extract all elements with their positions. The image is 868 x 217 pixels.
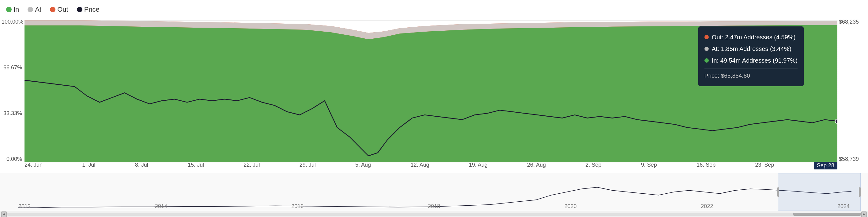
- tooltip-row-out: Out: 2.47m Addresses (4.59%): [705, 31, 798, 43]
- scroll-right-button[interactable]: ▶: [861, 212, 867, 217]
- tooltip-row-price: Price: $65,854.80: [705, 70, 798, 81]
- tooltip-row-at: At: 1.85m Addresses (3.44%): [705, 43, 798, 55]
- tooltip-price-label: Price: $65,854.80: [705, 70, 750, 81]
- x-label-9: 26. Aug: [527, 162, 546, 168]
- x-label-8: 19. Aug: [469, 162, 488, 168]
- x-label-1: 1. Jul: [82, 162, 95, 168]
- x-label-0: 24. Jun: [25, 162, 42, 168]
- y-label-66: 66.67%: [2, 64, 22, 71]
- nav-year-2022: 2022: [701, 203, 713, 210]
- x-label-13: 23. Sep: [755, 162, 774, 168]
- legend-item-price[interactable]: Price: [77, 5, 99, 13]
- nav-year-2014: 2014: [155, 203, 167, 210]
- legend-item-out[interactable]: Out: [50, 5, 68, 13]
- legend-dot-price: [77, 7, 83, 12]
- scroll-left-button[interactable]: ◀: [1, 212, 7, 217]
- navigator-area[interactable]: 2012 2014 2016 2018 2020 2022 2024: [0, 173, 868, 211]
- y-label-33: 33.33%: [2, 110, 22, 117]
- y-label-100: 100.00%: [2, 19, 22, 25]
- y-axis-right: $68,235 $58,739: [837, 17, 868, 171]
- tooltip-row-in: In: 49.54m Addresses (91.97%): [705, 55, 798, 66]
- x-axis: 24. Jun 1. Jul 8. Jul 15. Jul 22. Jul 29…: [25, 162, 837, 171]
- legend-item-in[interactable]: In: [6, 5, 19, 13]
- chart-svg-area[interactable]: 24. Jun 1. Jul 8. Jul 15. Jul 22. Jul 29…: [25, 17, 837, 171]
- chart-tooltip: Out: 2.47m Addresses (4.59%) At: 1.85m A…: [698, 26, 804, 86]
- tooltip-dot-in: [705, 58, 709, 63]
- tooltip-dot-out: [705, 35, 709, 39]
- legend-label-out: Out: [57, 5, 68, 13]
- nav-year-2020: 2020: [564, 203, 577, 210]
- price-cursor-dot: [835, 119, 837, 124]
- tooltip-at-label: At: 1.85m Addresses (3.44%): [712, 43, 792, 55]
- x-label-3: 15. Jul: [188, 162, 204, 168]
- x-label-12: 16. Sep: [696, 162, 715, 168]
- tooltip-out-label: Out: 2.47m Addresses (4.59%): [712, 31, 796, 43]
- navigator-handle-left[interactable]: [777, 187, 779, 197]
- legend-label-in: In: [13, 5, 19, 13]
- legend-dot-out: [50, 7, 56, 12]
- tooltip-dot-at: [705, 47, 709, 51]
- nav-year-2018: 2018: [428, 203, 440, 210]
- y-axis-left: 100.00% 66.67% 33.33% 0.00%: [0, 17, 25, 171]
- scrollbar-track[interactable]: [7, 213, 861, 216]
- tooltip-in-label: In: 49.54m Addresses (91.97%): [712, 55, 798, 66]
- scrollbar[interactable]: ◀ ▶: [0, 211, 868, 217]
- legend-dot-in: [6, 7, 12, 12]
- navigator-x-axis: 2012 2014 2016 2018 2020 2022 2024: [19, 203, 849, 210]
- nav-year-2024: 2024: [837, 203, 849, 210]
- x-label-11: 9. Sep: [641, 162, 657, 168]
- legend-label-at: At: [35, 5, 41, 13]
- scrollbar-thumb[interactable]: [793, 213, 861, 216]
- nav-year-2016: 2016: [291, 203, 304, 210]
- navigator-handle-right[interactable]: [859, 187, 861, 197]
- x-label-5: 29. Jul: [300, 162, 316, 168]
- x-label-4: 22. Jul: [244, 162, 260, 168]
- legend-item-at[interactable]: At: [28, 5, 41, 13]
- legend-dot-at: [28, 7, 33, 12]
- y-label-0: 0.00%: [2, 156, 22, 162]
- x-label-7: 12. Aug: [410, 162, 429, 168]
- x-label-active: Sep 28: [814, 162, 837, 169]
- x-label-2: 8. Jul: [135, 162, 148, 168]
- nav-year-2012: 2012: [19, 203, 31, 210]
- y-right-label-low: $58,739: [839, 156, 866, 162]
- x-label-6: 5. Aug: [355, 162, 371, 168]
- chart-legend: In At Out Price: [0, 3, 868, 17]
- main-chart-area: 100.00% 66.67% 33.33% 0.00%: [0, 17, 868, 171]
- legend-label-price: Price: [84, 5, 99, 13]
- y-right-label-high: $68,235: [839, 19, 866, 25]
- chart-container: In At Out Price 100.00% 66.67% 33.33% 0.…: [0, 0, 868, 217]
- tooltip-divider: [705, 68, 798, 69]
- x-label-10: 2. Sep: [585, 162, 601, 168]
